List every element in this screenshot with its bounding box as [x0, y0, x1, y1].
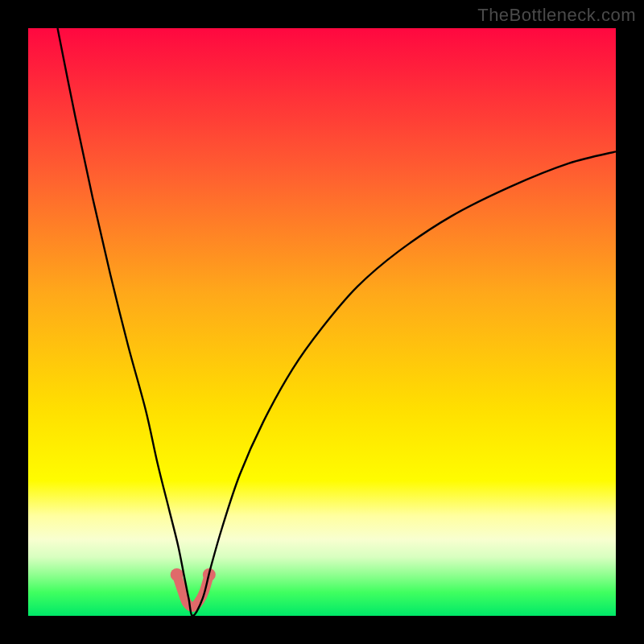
valley-end-dot [171, 568, 184, 581]
plot-area [28, 28, 616, 616]
watermark-text: TheBottleneck.com [477, 5, 636, 26]
bottleneck-curve [58, 28, 617, 616]
curve-layer [28, 28, 616, 616]
chart-frame: TheBottleneck.com [0, 0, 644, 644]
